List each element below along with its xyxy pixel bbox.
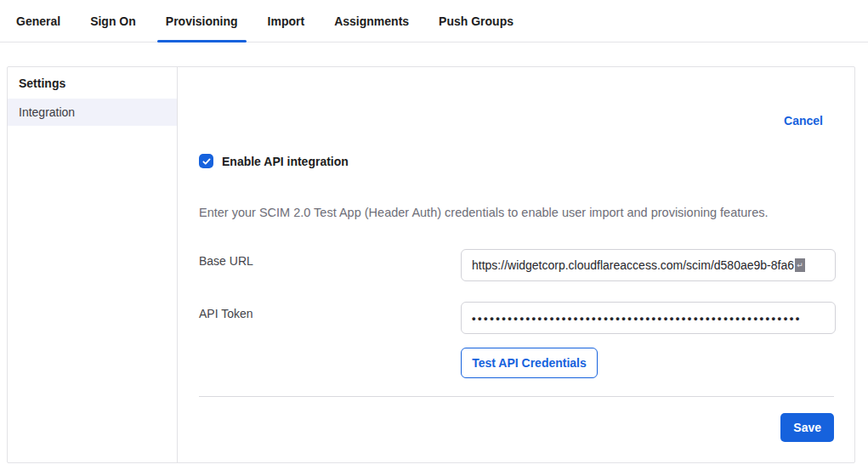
tab-label: Push Groups	[439, 14, 513, 28]
tab-label: Sign On	[90, 14, 136, 28]
tab-provisioning[interactable]: Provisioning	[157, 0, 247, 42]
sidebar-header: Settings	[8, 67, 177, 99]
sidebar-item-label: Integration	[19, 105, 75, 119]
checkmark-icon	[201, 156, 212, 167]
api-token-label: API Token	[199, 307, 253, 320]
credentials-description: Enter your SCIM 2.0 Test App (Header Aut…	[199, 206, 834, 219]
text-overflow-cursor: ↵	[795, 258, 805, 272]
provisioning-content-box: Settings Integration Cancel Enable API i…	[7, 66, 855, 463]
base-url-value: https://widgetcorp.cloudflareaccess.com/…	[472, 258, 794, 272]
tab-label: Provisioning	[166, 14, 238, 28]
tab-label: Import	[268, 14, 305, 28]
tab-label: Assignments	[334, 14, 409, 28]
provisioning-settings-page: General Sign On Provisioning Import Assi…	[0, 0, 868, 470]
tab-assignments[interactable]: Assignments	[326, 0, 417, 42]
tab-label: General	[16, 14, 60, 28]
api-token-input[interactable]: ••••••••••••••••••••••••••••••••••••••••…	[461, 302, 836, 334]
sidebar-item-integration[interactable]: Integration	[8, 99, 177, 126]
enable-api-integration-checkbox[interactable]	[199, 154, 213, 168]
api-token-masked-value: ••••••••••••••••••••••••••••••••••••••••…	[472, 312, 802, 325]
tab-general[interactable]: General	[8, 0, 69, 42]
tab-push-groups[interactable]: Push Groups	[430, 0, 522, 42]
test-api-credentials-button[interactable]: Test API Credentials	[461, 348, 598, 378]
enable-api-integration-label: Enable API integration	[222, 155, 349, 168]
footer-divider	[199, 396, 834, 397]
app-tab-bar: General Sign On Provisioning Import Assi…	[0, 0, 868, 42]
settings-sidebar: Settings Integration	[8, 67, 178, 462]
cancel-link[interactable]: Cancel	[784, 114, 823, 127]
integration-form-panel: Cancel Enable API integration Enter your…	[178, 67, 854, 462]
save-button[interactable]: Save	[780, 413, 834, 442]
base-url-input[interactable]: https://widgetcorp.cloudflareaccess.com/…	[461, 249, 836, 281]
base-url-label: Base URL	[199, 254, 253, 268]
enable-api-integration-row[interactable]: Enable API integration	[199, 154, 349, 168]
tab-import[interactable]: Import	[259, 0, 314, 42]
active-tab-indicator	[157, 40, 247, 42]
tab-sign-on[interactable]: Sign On	[82, 0, 145, 42]
